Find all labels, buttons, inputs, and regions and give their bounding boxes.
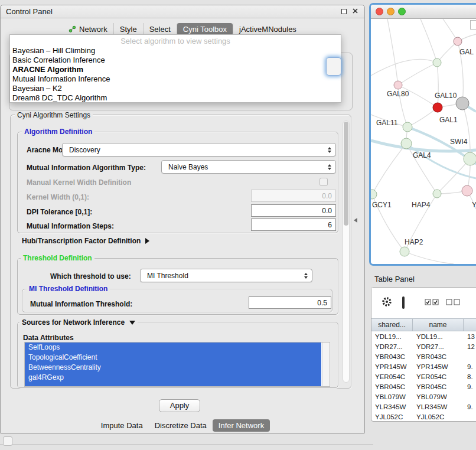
dropdown-item[interactable]: Basic Correlation Inference xyxy=(10,56,341,65)
dropdown-item[interactable]: Bayesian – K2 xyxy=(10,84,341,93)
tab-infer-network[interactable]: Infer Network xyxy=(213,419,270,432)
tab-label: Select xyxy=(149,25,171,34)
apply-button[interactable]: Apply xyxy=(159,399,200,412)
dropdown-item[interactable]: Bayesian – Hill Climbing xyxy=(10,46,341,56)
tab-cyni-toolbox[interactable]: Cyni Toolbox xyxy=(177,23,233,35)
table-cell[interactable]: YPR145W xyxy=(371,363,413,370)
which-threshold-combobox[interactable]: MI Threshold xyxy=(140,269,312,282)
node-label: GAL10 xyxy=(435,92,457,100)
close-window-button[interactable] xyxy=(352,7,358,16)
list-item[interactable]: gal4RGexp xyxy=(25,373,321,383)
table-cell[interactable]: YJL052C xyxy=(371,413,413,420)
table-cell[interactable]: YBR043C xyxy=(413,353,464,360)
algorithm-dropdown-popup: Select algorithm to view settings Bayesi… xyxy=(9,34,341,103)
table-cell[interactable]: 9. xyxy=(464,363,476,370)
table-cell[interactable]: YBR043C xyxy=(371,353,413,360)
tab-impute-data[interactable]: Impute Data xyxy=(95,419,149,432)
tab-select[interactable]: Select xyxy=(143,23,177,35)
select-all-button[interactable] xyxy=(425,299,439,305)
table-cell[interactable]: YBL079W xyxy=(413,393,464,400)
table-cell[interactable]: YDR27... xyxy=(413,343,464,350)
checked-box-icon xyxy=(425,299,431,305)
network-scrollbar-stub[interactable] xyxy=(470,20,476,30)
table-cell[interactable]: YDR27... xyxy=(371,343,413,350)
column-selector-button[interactable] xyxy=(402,298,405,308)
network-node[interactable] xyxy=(401,138,412,149)
window-title: Control Panel xyxy=(6,7,53,16)
column-header-shared-name[interactable]: shared... xyxy=(371,319,413,331)
table-cell[interactable]: YER054C xyxy=(371,373,413,380)
splitter-collapse-arrow[interactable] xyxy=(354,218,357,223)
network-node[interactable] xyxy=(371,190,377,199)
tab-jactivemnodules[interactable]: jActiveMNodules xyxy=(233,23,302,35)
settings-scrollbar[interactable] xyxy=(343,120,350,383)
network-node[interactable] xyxy=(403,122,412,132)
kernel-width-field[interactable] xyxy=(251,190,336,202)
manual-kernel-width-checkbox[interactable] xyxy=(319,178,328,186)
table-cell[interactable]: YLR345W xyxy=(371,403,413,410)
collapsed-panel-icon[interactable] xyxy=(3,436,12,446)
list-item[interactable] xyxy=(25,383,321,387)
table-cell[interactable]: YDL19... xyxy=(413,333,464,340)
table-cell[interactable]: YER054C xyxy=(413,373,464,380)
list-scrollbar[interactable] xyxy=(322,343,330,386)
mi-steps-field[interactable] xyxy=(251,219,336,231)
list-item[interactable]: SelfLoops xyxy=(25,343,321,353)
network-node[interactable] xyxy=(464,152,476,165)
minimize-button[interactable] xyxy=(387,8,395,15)
table-row: YDR27... YDR27... 12 xyxy=(371,341,476,351)
list-item[interactable]: TopologicalCoefficient xyxy=(25,353,321,363)
mi-algorithm-type-combobox[interactable]: Naive Bayes xyxy=(161,160,336,174)
table-cell[interactable]: YBR045C xyxy=(371,383,413,390)
tab-discretize-data[interactable]: Discretize Data xyxy=(149,419,213,432)
close-button[interactable] xyxy=(376,8,383,15)
collapse-arrow-icon xyxy=(129,321,135,325)
table-cell[interactable]: YPR145W xyxy=(413,363,464,370)
network-node[interactable] xyxy=(394,81,402,89)
float-window-button[interactable] xyxy=(341,7,347,16)
network-node[interactable] xyxy=(433,103,442,112)
table-cell[interactable]: 12 xyxy=(464,343,476,350)
table-cell[interactable]: YDL19... xyxy=(371,333,413,340)
table-cell[interactable]: 8. xyxy=(464,373,476,380)
node-label: HAP2 xyxy=(405,238,423,246)
table-cell[interactable]: 13 xyxy=(464,333,476,340)
dpi-tolerance-field[interactable] xyxy=(251,204,336,217)
sources-expander[interactable]: Sources for Network Inference xyxy=(19,318,138,327)
control-panel-window: Control Panel Network Style Select Cyni … xyxy=(0,5,365,434)
dropdown-item-selected[interactable]: ARACNE Algorithm xyxy=(10,65,341,74)
node-label: GAL11 xyxy=(376,119,398,127)
table-cell[interactable]: 9. xyxy=(464,383,476,390)
table-settings-button[interactable] xyxy=(381,296,393,310)
settings-scrollbar-thumb[interactable] xyxy=(344,122,348,226)
network-node[interactable] xyxy=(400,247,409,256)
aracne-mode-combobox[interactable]: Discovery xyxy=(62,143,336,156)
table-cell[interactable]: YBR045C xyxy=(413,383,464,390)
node-label: GCY1 xyxy=(372,201,392,209)
network-node[interactable] xyxy=(456,97,469,110)
network-node[interactable] xyxy=(433,58,441,67)
table-cell[interactable]: YJL052C xyxy=(413,413,464,420)
algorithm-settings-button[interactable] xyxy=(326,57,341,76)
column-header[interactable] xyxy=(464,319,476,331)
table-cell[interactable]: 9. xyxy=(464,403,476,410)
tab-label: Infer Network xyxy=(219,421,264,430)
dropdown-item[interactable]: Dream8 DC_TDC Algorithm xyxy=(10,93,341,103)
list-item[interactable]: BetweennessCentrality xyxy=(25,363,321,373)
network-node[interactable] xyxy=(462,185,472,196)
column-header-name[interactable]: name xyxy=(413,319,464,331)
deselect-all-button[interactable] xyxy=(446,299,460,305)
tab-style[interactable]: Style xyxy=(113,23,143,35)
network-node[interactable] xyxy=(433,190,441,198)
mi-threshold-field[interactable] xyxy=(249,296,331,309)
tab-label: Network xyxy=(79,25,107,34)
manual-kernel-width-label: Manual Kernel Width Definition xyxy=(27,178,131,187)
network-node[interactable] xyxy=(454,37,462,45)
dropdown-item[interactable]: Mutual Information Inference xyxy=(10,74,341,84)
hub-transcription-factor-expander[interactable]: Hub/Transcription Factor Definition xyxy=(19,237,152,245)
table-cell[interactable]: YLR345W xyxy=(413,403,464,410)
window-buttons xyxy=(341,7,364,16)
table-cell[interactable]: YBL079W xyxy=(371,393,413,400)
zoom-button[interactable] xyxy=(398,8,406,15)
tab-network[interactable]: Network xyxy=(63,23,113,35)
